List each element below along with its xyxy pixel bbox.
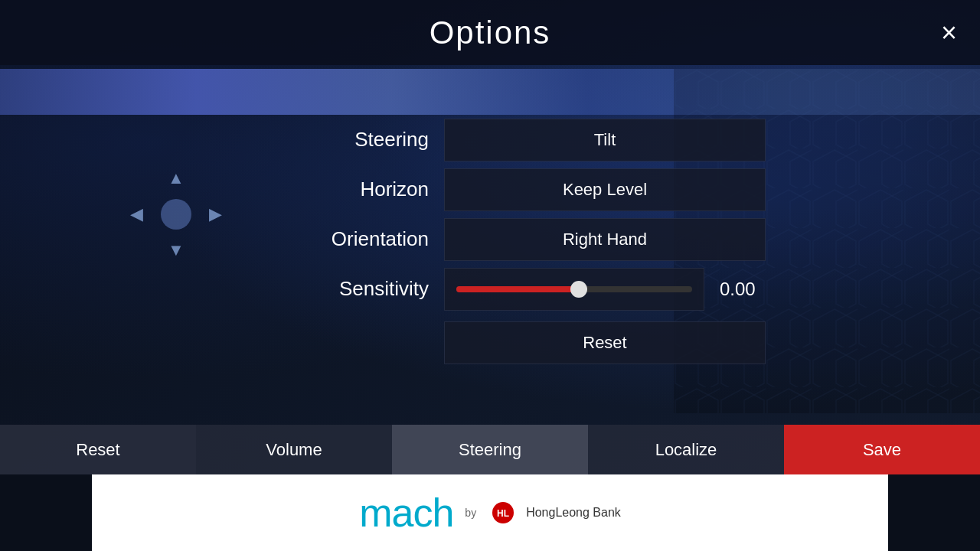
ad-mach-text: mach — [359, 490, 453, 536]
horizon-control[interactable]: Keep Level — [444, 168, 766, 211]
horizon-value: Keep Level — [563, 180, 647, 200]
ad-content: mach by HL HongLeong Bank — [359, 490, 621, 536]
svg-text:HL: HL — [497, 508, 509, 519]
orientation-label: Orientation — [291, 227, 444, 251]
slider-track[interactable] — [456, 286, 692, 292]
reset-option-row: Reset — [291, 318, 766, 367]
horizon-row: Horizon Keep Level — [291, 165, 766, 214]
tab-bar: Reset Volume Steering Localize Save — [0, 425, 980, 474]
sensitivity-slider-container — [444, 268, 704, 311]
sensitivity-value: 0.00 — [720, 279, 766, 300]
page-title: Options — [430, 15, 551, 51]
steering-label: Steering — [291, 128, 444, 152]
slider-thumb[interactable] — [570, 281, 587, 298]
tab-reset[interactable]: Reset — [0, 425, 196, 474]
tab-localize[interactable]: Localize — [588, 425, 784, 474]
dpad-center — [161, 199, 191, 230]
header: Options × — [0, 0, 980, 65]
dpad-up-arrow[interactable]: ▲ — [168, 168, 185, 188]
hongleong-icon: HL — [492, 501, 514, 524]
options-panel: Steering Tilt Horizon Keep Level Orienta… — [291, 115, 766, 367]
steering-row: Steering Tilt — [291, 115, 766, 165]
dpad-left-arrow[interactable]: ◀ — [130, 204, 143, 224]
horizon-label: Horizon — [291, 178, 444, 201]
dpad-down-arrow[interactable]: ▼ — [168, 240, 185, 260]
top-strip — [0, 69, 980, 115]
steering-value: Tilt — [594, 130, 616, 150]
sensitivity-row: Sensitivity 0.00 — [291, 264, 766, 314]
orientation-value: Right Hand — [563, 230, 647, 249]
close-button[interactable]: × — [941, 19, 957, 47]
orientation-row: Orientation Right Hand — [291, 214, 766, 264]
tab-save[interactable]: Save — [784, 425, 980, 474]
ad-by-text: by — [465, 507, 476, 519]
sensitivity-label: Sensitivity — [291, 277, 444, 301]
orientation-control[interactable]: Right Hand — [444, 218, 766, 261]
steering-control[interactable]: Tilt — [444, 119, 766, 161]
reset-option-button[interactable]: Reset — [444, 321, 766, 364]
ad-banner: mach by HL HongLeong Bank — [92, 474, 888, 551]
tab-volume[interactable]: Volume — [196, 425, 392, 474]
reset-option-label: Reset — [583, 333, 626, 353]
dpad-right-arrow[interactable]: ▶ — [209, 204, 222, 224]
ad-bank-name: HongLeong Bank — [526, 506, 621, 520]
dpad: ▲ ▼ ◀ ▶ — [130, 168, 222, 260]
slider-fill — [456, 286, 579, 292]
tab-steering[interactable]: Steering — [392, 425, 588, 474]
